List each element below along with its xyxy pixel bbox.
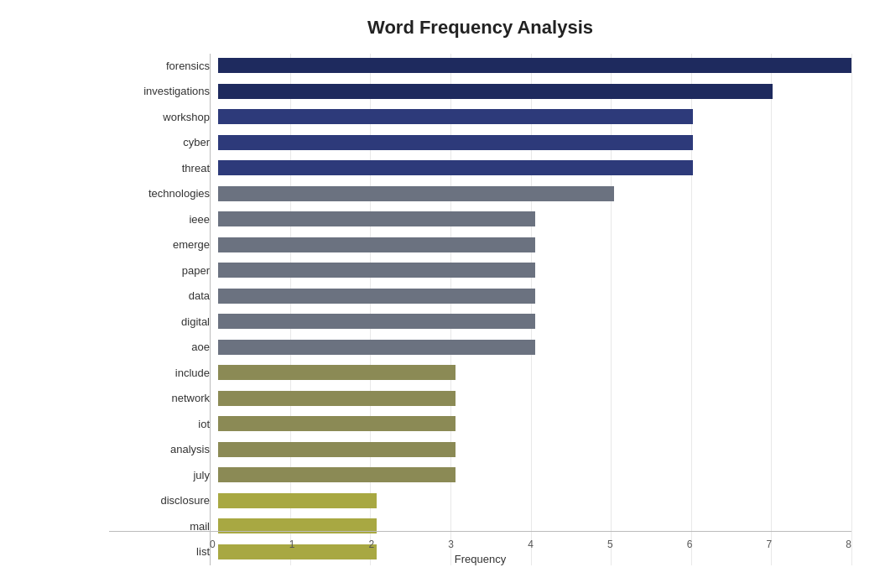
bar-row: data bbox=[210, 284, 851, 308]
bar-fill bbox=[218, 493, 377, 508]
bar-label: data bbox=[117, 289, 210, 302]
bar-row: network bbox=[210, 387, 851, 410]
bar-label: disclosure bbox=[117, 494, 210, 507]
bar-row: threat bbox=[210, 156, 851, 180]
bar-track bbox=[218, 211, 851, 226]
bar-label: investigations bbox=[117, 85, 210, 97]
bar-label: ieee bbox=[117, 213, 210, 226]
x-tick-label: 8 bbox=[846, 539, 851, 550]
bar-track bbox=[218, 135, 851, 150]
bar-track bbox=[218, 391, 851, 406]
bar-fill bbox=[218, 289, 535, 304]
x-tick-label: 6 bbox=[687, 539, 693, 550]
bar-fill bbox=[218, 391, 456, 406]
bar-row: forensics bbox=[210, 54, 851, 77]
bar-row: aoe bbox=[210, 336, 851, 359]
bar-fill bbox=[218, 467, 456, 482]
bar-track bbox=[218, 314, 851, 329]
bar-track bbox=[218, 109, 851, 124]
x-tick-label: 4 bbox=[528, 539, 534, 550]
bar-fill bbox=[218, 263, 535, 278]
bar-row: cyber bbox=[210, 131, 851, 154]
bar-fill bbox=[218, 211, 535, 226]
bar-fill bbox=[218, 314, 535, 329]
bar-label: aoe bbox=[117, 341, 210, 353]
bar-label: paper bbox=[117, 264, 210, 277]
bar-fill bbox=[218, 416, 456, 431]
bar-fill bbox=[218, 237, 535, 252]
bar-fill bbox=[218, 186, 614, 201]
bar-row: emerge bbox=[210, 233, 851, 257]
bar-label: analysis bbox=[117, 443, 210, 455]
chart-container: Word Frequency Analysis forensicsinvesti… bbox=[0, 0, 885, 588]
bar-fill bbox=[218, 442, 456, 457]
bar-fill bbox=[218, 160, 693, 175]
bar-label: cyber bbox=[117, 136, 210, 148]
bar-row: workshop bbox=[210, 105, 851, 128]
bar-row: iot bbox=[210, 412, 851, 435]
bar-fill bbox=[218, 340, 535, 355]
bar-row: july bbox=[210, 463, 851, 487]
bar-row: disclosure bbox=[210, 489, 851, 513]
bar-track bbox=[218, 289, 851, 304]
bar-row: digital bbox=[210, 310, 851, 333]
bar-label: workshop bbox=[117, 111, 210, 123]
x-tick-label: 5 bbox=[607, 539, 613, 550]
bar-row: technologies bbox=[210, 182, 851, 206]
bar-label: threat bbox=[117, 162, 210, 174]
bar-fill bbox=[218, 84, 773, 99]
bar-track bbox=[218, 442, 851, 457]
chart-title: Word Frequency Analysis bbox=[109, 17, 851, 39]
x-tick-label: 3 bbox=[448, 539, 454, 550]
bar-track bbox=[218, 263, 851, 278]
x-tick-label: 1 bbox=[289, 539, 295, 550]
bar-label: july bbox=[117, 469, 210, 481]
bar-track bbox=[218, 58, 851, 73]
bar-fill bbox=[218, 58, 851, 73]
bar-track bbox=[218, 493, 851, 508]
x-axis-line bbox=[109, 531, 851, 532]
x-axis-title: Frequency bbox=[109, 553, 851, 565]
bar-row: investigations bbox=[210, 80, 851, 103]
bar-track bbox=[218, 416, 851, 431]
bar-row: mail bbox=[210, 514, 851, 538]
bar-label: forensics bbox=[117, 60, 210, 72]
bar-fill bbox=[218, 365, 456, 380]
bar-fill bbox=[218, 109, 693, 124]
bar-fill bbox=[218, 135, 693, 150]
bar-track bbox=[218, 186, 851, 201]
x-tick-label: 2 bbox=[369, 539, 375, 550]
bar-label: iot bbox=[117, 418, 210, 430]
bar-row: paper bbox=[210, 258, 851, 282]
bars-wrapper: forensicsinvestigationsworkshopcyberthre… bbox=[210, 54, 851, 565]
x-axis-labels: 012345678 bbox=[210, 539, 851, 550]
x-tick-label: 7 bbox=[766, 539, 772, 550]
bar-row: include bbox=[210, 361, 851, 384]
bar-track bbox=[218, 467, 851, 482]
bar-label: network bbox=[117, 392, 210, 404]
bar-track bbox=[218, 365, 851, 380]
bar-label: emerge bbox=[117, 238, 210, 251]
grid-line bbox=[851, 54, 852, 565]
bar-label: technologies bbox=[117, 187, 210, 200]
bar-row: ieee bbox=[210, 207, 851, 231]
bar-track bbox=[218, 340, 851, 355]
bar-label: digital bbox=[117, 315, 210, 328]
x-tick-label: 0 bbox=[210, 539, 216, 550]
bar-track bbox=[218, 237, 851, 252]
bar-track bbox=[218, 84, 851, 99]
bar-row: analysis bbox=[210, 438, 851, 461]
bar-track bbox=[218, 160, 851, 175]
bar-label: include bbox=[117, 367, 210, 379]
